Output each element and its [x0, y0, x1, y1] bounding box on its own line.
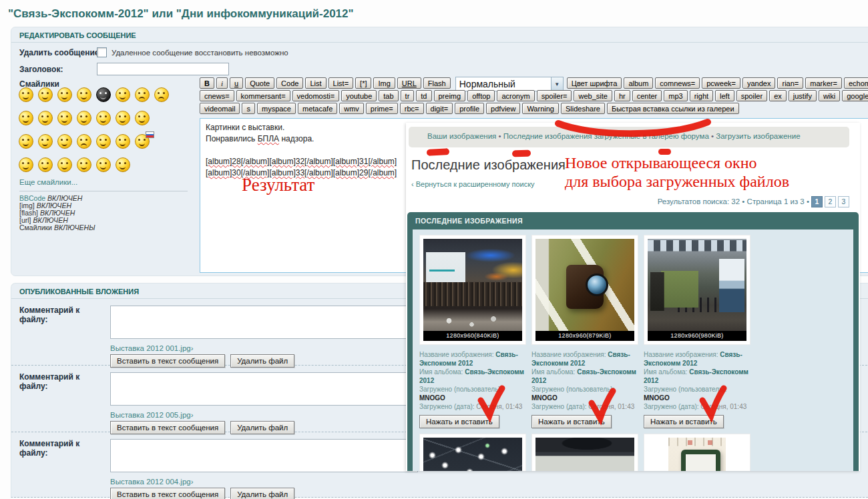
bbcode-button-website[interactable]: web_site	[574, 90, 612, 101]
back-to-search-link[interactable]: ‹ Вернуться к расширенному поиску	[411, 180, 535, 188]
bbcode-button-prime[interactable]: prime=	[366, 103, 398, 114]
photo-thumbnail-warehouse-visitors[interactable]	[648, 239, 746, 331]
bbcode-button-url[interactable]: URL	[397, 77, 421, 89]
gallery-nav-link-0[interactable]: Ваши изображения	[427, 132, 496, 140]
crawl-smiley-icon[interactable]	[135, 111, 150, 125]
attachment-file-link[interactable]: Выставка 2012 005.jpg›	[110, 411, 418, 419]
bbcode-button-myspace[interactable]: myspace	[257, 103, 296, 114]
page-number-2[interactable]: 2	[825, 196, 836, 207]
bbcode-button-right[interactable]: right	[690, 90, 713, 101]
bbcode-button-spoiler[interactable]: spoiler=	[537, 90, 572, 101]
bbcode-button-pcweek[interactable]: pcweek=	[702, 77, 740, 89]
bbcode-button-justify[interactable]: justify	[789, 90, 817, 101]
bbcode-button-wmv[interactable]: wmv	[339, 103, 364, 114]
bbcode-button-hr[interactable]: hr	[614, 90, 630, 101]
bbcode-button-cnews[interactable]: cnews=	[200, 90, 234, 101]
bbcode-button-comnews[interactable]: comnews=	[655, 77, 700, 89]
flag-smiley-icon[interactable]	[135, 134, 150, 149]
photo-thumbnail-ceiling-lights[interactable]	[423, 438, 522, 471]
photo-thumbnail-green-kiosk[interactable]	[668, 438, 726, 471]
bbcode-button-list[interactable]: List	[305, 77, 326, 89]
attachment-file-link[interactable]: Выставка 2012 004.jpg›	[110, 478, 418, 486]
bbcode-button-warning[interactable]: Warning	[522, 103, 559, 114]
bbcode-button-цветшрифта[interactable]: Цвет шрифта	[567, 77, 622, 89]
bbcode-button-[interactable]: [*]	[355, 77, 371, 89]
bbcode-button-pdfview[interactable]: pdfview	[486, 103, 520, 114]
bbcode-button-s[interactable]: s	[242, 103, 255, 114]
photo-thumbnail-retro-speaker[interactable]	[535, 239, 634, 331]
smile-smiley-icon[interactable]	[77, 157, 91, 172]
ninja-smiley-icon[interactable]	[96, 87, 111, 102]
write-smiley-icon[interactable]	[57, 87, 72, 102]
delete-file-button[interactable]: Удалить файл	[230, 421, 294, 434]
insert-into-message-button[interactable]: Вставить в текст сообщения	[110, 488, 225, 499]
bbcode-button-videomail[interactable]: videomail	[200, 103, 240, 114]
giggle-smiley-icon[interactable]	[57, 134, 72, 149]
tongue-smiley-icon[interactable]	[38, 134, 53, 149]
comment-textarea[interactable]	[110, 372, 418, 406]
specs-smiley-icon[interactable]	[96, 157, 111, 172]
format-select[interactable]: Нормальный▼	[455, 77, 564, 91]
bbcode-button-echomsk[interactable]: echomsk	[844, 77, 868, 89]
bbcode-button-rbc[interactable]: rbc=	[400, 103, 424, 114]
bbcode-button-metacafe[interactable]: metacafe	[298, 103, 337, 114]
shake-smiley-icon[interactable]	[77, 87, 91, 102]
listen-smiley-icon[interactable]	[116, 87, 130, 102]
smile-smiley-icon[interactable]	[96, 111, 111, 125]
gallery-nav-link-2[interactable]: Загрузить изображение	[716, 132, 800, 140]
clean-smiley-icon[interactable]	[77, 111, 91, 125]
delete-file-button[interactable]: Удалить файл	[230, 488, 294, 499]
angel-smiley-icon[interactable]	[19, 157, 33, 172]
fly-smiley-icon[interactable]	[116, 134, 130, 149]
cheer-smiley-icon[interactable]	[19, 87, 33, 102]
comment-textarea[interactable]	[110, 306, 418, 339]
page-number-3[interactable]: 3	[838, 196, 849, 207]
bbcode-button-slideshare[interactable]: Slideshare	[561, 103, 605, 114]
bbcode-button-youtube[interactable]: youtube	[341, 90, 377, 101]
wink-smiley-icon[interactable]	[19, 111, 33, 125]
bbcode-button-marker[interactable]: marker=	[805, 77, 842, 89]
bbcode-button-code[interactable]: Code	[276, 77, 303, 89]
bbcode-button-mp3[interactable]: mp3	[664, 90, 687, 101]
frown-smiley-icon[interactable]	[77, 134, 91, 149]
bbcode-button-b[interactable]: B	[200, 77, 214, 89]
bbcode-button-kommersant[interactable]: kommersant=	[236, 90, 290, 101]
bbcode-button-td[interactable]: td	[416, 90, 431, 101]
bbcode-button-tab[interactable]: tab	[379, 90, 398, 101]
subject-input[interactable]	[97, 63, 229, 75]
page-number-1[interactable]: 1	[811, 196, 823, 207]
bbcode-button-ex[interactable]: ex	[769, 90, 787, 101]
bbcode-button-album[interactable]: album	[624, 77, 653, 89]
bbcode-button-left[interactable]: left	[715, 90, 734, 101]
insert-into-message-button[interactable]: Вставить в текст сообщения	[110, 354, 225, 368]
bbcode-button-yandex[interactable]: yandex	[742, 77, 775, 89]
bbcode-button-profile[interactable]: profile	[455, 103, 484, 114]
baby-smiley-icon[interactable]	[38, 157, 53, 172]
delete-message-checkbox[interactable]	[97, 47, 107, 57]
bbcode-button-center[interactable]: center	[632, 90, 662, 101]
bbcode-button-vedomosti[interactable]: vedomosti=	[292, 90, 340, 101]
bbcode-button-offtop[interactable]: offtop	[467, 90, 495, 101]
bbcode-button-googlevideo[interactable]: googlevideo	[842, 90, 868, 101]
bbcode-button-rian[interactable]: rian=	[777, 77, 803, 89]
grin-smiley-icon[interactable]	[38, 87, 53, 102]
bbcode-button-flash[interactable]: Flash	[423, 77, 451, 89]
nerd-smiley-icon[interactable]	[57, 157, 72, 172]
bbcode-button-quote[interactable]: Quote	[245, 77, 274, 89]
bbcode-button-tr[interactable]: tr	[401, 90, 415, 101]
bbcode-button-быстраявставкассылкиизгалереи[interactable]: Быстрая вставка ссылки из галереи	[607, 103, 739, 114]
bbcode-button-spoiler[interactable]: spoiler	[736, 90, 767, 101]
insert-into-message-button[interactable]: Вставить в текст сообщения	[110, 421, 225, 434]
bbcode-button-u[interactable]: u	[230, 77, 243, 89]
hide-smiley-icon[interactable]	[116, 111, 130, 125]
delete-file-button[interactable]: Удалить файл	[230, 354, 294, 368]
smoke-smiley-icon[interactable]	[38, 111, 53, 125]
bbcode-button-digit[interactable]: digit=	[426, 103, 453, 114]
bbcode-button-list[interactable]: List=	[329, 77, 354, 89]
punch-smiley-icon[interactable]	[116, 157, 130, 172]
comment-textarea[interactable]	[110, 439, 418, 472]
photo-thumbnail-expo-stand-crowd[interactable]	[423, 239, 522, 331]
bbcode-button-preimg[interactable]: preimg	[434, 90, 466, 101]
more-smilies-link[interactable]: Еще смайлики...	[19, 178, 77, 186]
bbcode-button-i[interactable]: i	[216, 77, 228, 89]
